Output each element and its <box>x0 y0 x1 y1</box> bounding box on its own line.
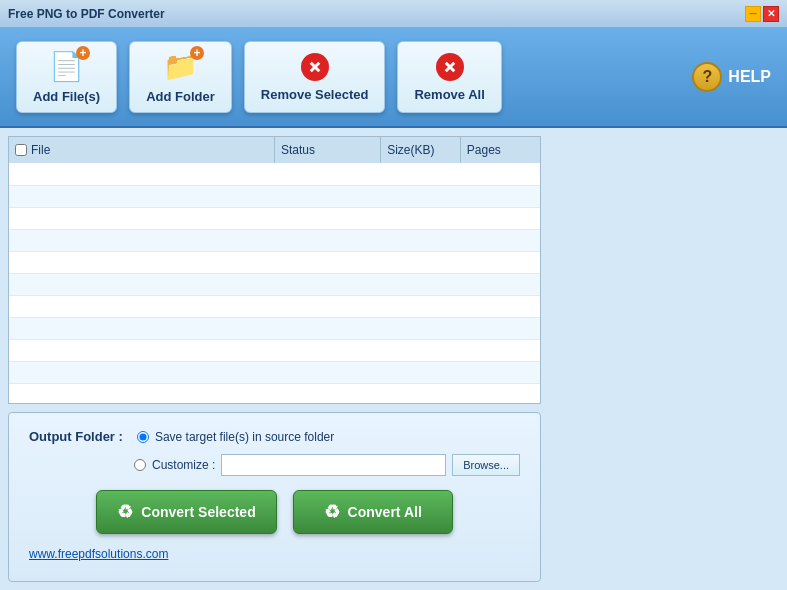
customize-label: Customize : <box>152 458 215 472</box>
col-header-pages: Pages <box>460 137 540 163</box>
table-row <box>9 229 540 251</box>
add-files-plus-icon: + <box>76 46 90 60</box>
output-panel: Output Folder : Save target file(s) in s… <box>8 412 541 582</box>
add-files-button[interactable]: 📄 + Add File(s) <box>16 41 117 113</box>
website-link[interactable]: www.freepdfsolutions.com <box>29 547 168 561</box>
remove-all-label: Remove All <box>414 87 484 102</box>
help-label: HELP <box>728 68 771 86</box>
customize-radio[interactable] <box>134 459 146 471</box>
remove-selected-button[interactable]: Remove Selected <box>244 41 386 113</box>
convert-selected-label: Convert Selected <box>141 504 255 520</box>
app-title: Free PNG to PDF Converter <box>8 7 165 21</box>
right-panel <box>549 136 779 582</box>
col-header-file: File <box>9 137 275 163</box>
title-controls: ─ ✕ <box>745 6 779 22</box>
table-row <box>9 185 540 207</box>
add-folder-plus-icon: + <box>190 46 204 60</box>
minimize-button[interactable]: ─ <box>745 6 761 22</box>
table-row <box>9 163 540 185</box>
help-icon: ? <box>692 62 722 92</box>
remove-selected-icon <box>301 53 329 81</box>
output-folder-label: Output Folder : <box>29 429 123 444</box>
file-table-body <box>9 163 540 383</box>
customize-path-input[interactable] <box>221 454 446 476</box>
add-folder-label: Add Folder <box>146 89 215 104</box>
customize-row: Customize : Browse... <box>134 454 520 476</box>
main-area: File Status Size(KB) Pages <box>0 128 787 590</box>
file-table: File Status Size(KB) Pages <box>9 137 540 384</box>
convert-all-icon: ♻ <box>324 501 340 523</box>
close-button[interactable]: ✕ <box>763 6 779 22</box>
table-row <box>9 251 540 273</box>
file-table-container: File Status Size(KB) Pages <box>8 136 541 404</box>
convert-buttons: ♻ Convert Selected ♻ Convert All <box>29 490 520 534</box>
convert-all-button[interactable]: ♻ Convert All <box>293 490 453 534</box>
save-in-source-label: Save target file(s) in source folder <box>155 430 334 444</box>
remove-all-button[interactable]: Remove All <box>397 41 501 113</box>
table-row <box>9 317 540 339</box>
convert-selected-icon: ♻ <box>117 501 133 523</box>
output-folder-row: Output Folder : Save target file(s) in s… <box>29 429 520 444</box>
convert-all-label: Convert All <box>348 504 422 520</box>
browse-button[interactable]: Browse... <box>452 454 520 476</box>
col-header-size: Size(KB) <box>381 137 461 163</box>
left-panel: File Status Size(KB) Pages <box>8 136 541 582</box>
table-row <box>9 273 540 295</box>
save-in-source-option[interactable]: Save target file(s) in source folder <box>137 430 334 444</box>
convert-selected-button[interactable]: ♻ Convert Selected <box>96 490 276 534</box>
table-row <box>9 361 540 383</box>
remove-all-icon <box>436 53 464 81</box>
remove-selected-label: Remove Selected <box>261 87 369 102</box>
add-folder-button[interactable]: 📁 + Add Folder <box>129 41 232 113</box>
col-file-label: File <box>31 143 50 157</box>
table-row <box>9 339 540 361</box>
help-button[interactable]: ? HELP <box>692 62 771 92</box>
table-row <box>9 207 540 229</box>
table-row <box>9 295 540 317</box>
select-all-checkbox[interactable] <box>15 144 27 156</box>
title-bar: Free PNG to PDF Converter ─ ✕ <box>0 0 787 28</box>
add-files-label: Add File(s) <box>33 89 100 104</box>
save-in-source-radio[interactable] <box>137 431 149 443</box>
toolbar: 📄 + Add File(s) 📁 + Add Folder Remove Se… <box>0 28 787 128</box>
col-header-status: Status <box>275 137 381 163</box>
